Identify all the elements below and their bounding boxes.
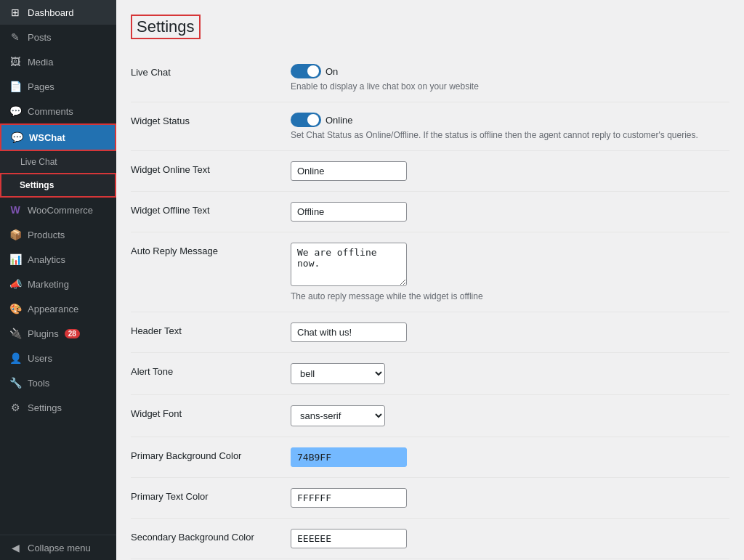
- live-chat-control: On Enable to display a live chat box on …: [291, 64, 729, 92]
- users-icon: 👤: [9, 352, 22, 365]
- appearance-icon: 🎨: [9, 302, 22, 315]
- alert-tone-select[interactable]: bell chime ping none: [291, 363, 385, 384]
- alert-tone-label: Alert Tone: [131, 363, 291, 377]
- sidebar-item-livechat[interactable]: Live Chat: [0, 151, 116, 173]
- live-chat-toggle-label: On: [326, 66, 338, 77]
- secondary-bg-color-row: Secondary Background Color: [131, 519, 729, 559]
- widget-status-toggle[interactable]: [291, 113, 321, 127]
- plugins-icon: 🔌: [9, 327, 22, 340]
- wschat-icon: 💬: [10, 131, 23, 144]
- sidebar-item-woocommerce[interactable]: W WooCommerce: [0, 198, 116, 222]
- widget-font-select[interactable]: sans-serif serif monospace Arial Verdana: [291, 405, 385, 426]
- auto-reply-control: We are offline now. The auto reply messa…: [291, 243, 729, 301]
- sidebar-item-label: WSChat: [29, 132, 65, 143]
- auto-reply-textarea[interactable]: We are offline now.: [291, 243, 407, 286]
- sidebar-item-label: Plugins: [28, 328, 59, 339]
- sidebar-item-label: Settings: [28, 402, 62, 413]
- sidebar-item-label: Posts: [28, 32, 52, 43]
- products-icon: 📦: [9, 228, 22, 241]
- alert-tone-control: bell chime ping none: [291, 363, 729, 384]
- sidebar-item-label: Media: [28, 57, 53, 68]
- sidebar: ⊞ Dashboard ✎ Posts 🖼 Media 📄 Pages 💬 Co…: [0, 0, 116, 560]
- pages-icon: 📄: [9, 80, 22, 93]
- dashboard-icon: ⊞: [9, 6, 22, 19]
- widget-status-toggle-label: Online: [326, 115, 353, 126]
- sidebar-item-posts[interactable]: ✎ Posts: [0, 25, 116, 49]
- auto-reply-desc: The auto reply message while the widget …: [291, 291, 729, 301]
- alert-tone-row: Alert Tone bell chime ping none: [131, 353, 729, 395]
- auto-reply-row: Auto Reply Message We are offline now. T…: [131, 232, 729, 312]
- sidebar-item-dashboard[interactable]: ⊞ Dashboard: [0, 0, 116, 25]
- widget-online-text-control: [291, 161, 729, 181]
- header-text-label: Header Text: [131, 322, 291, 336]
- primary-text-color-row: Primary Text Color: [131, 478, 729, 519]
- widget-online-text-input[interactable]: [291, 161, 407, 181]
- widget-status-control: Online Set Chat Status as Online/Offline…: [291, 113, 729, 140]
- sidebar-item-wschat[interactable]: 💬 WSChat: [0, 123, 116, 151]
- collapse-icon: ◀: [9, 541, 22, 554]
- widget-online-text-label: Widget Online Text: [131, 161, 291, 175]
- widget-offline-text-input[interactable]: [291, 202, 407, 222]
- settings-content: Settings Live Chat On Enable to display …: [116, 0, 744, 560]
- sidebar-livechat-label: Live Chat: [20, 157, 57, 167]
- posts-icon: ✎: [9, 31, 22, 44]
- sidebar-item-pages[interactable]: 📄 Pages: [0, 74, 116, 99]
- main-content: Settings Live Chat On Enable to display …: [116, 0, 744, 560]
- sidebar-item-label: Analytics: [28, 254, 65, 265]
- sidebar-item-label: Tools: [28, 378, 49, 389]
- sidebar-item-label: Products: [28, 230, 65, 240]
- sidebar-item-products[interactable]: 📦 Products: [0, 222, 116, 247]
- sidebar-item-label: Appearance: [28, 304, 78, 315]
- primary-text-color-control: [291, 488, 729, 508]
- widget-online-text-row: Widget Online Text: [131, 151, 729, 192]
- live-chat-row: Live Chat On Enable to display a live ch…: [131, 54, 729, 102]
- widget-font-control: sans-serif serif monospace Arial Verdana: [291, 405, 729, 426]
- widget-status-desc: Set Chat Status as Online/Offline. If th…: [291, 130, 729, 140]
- widget-font-row: Widget Font sans-serif serif monospace A…: [131, 395, 729, 437]
- primary-bg-color-input[interactable]: [291, 447, 407, 467]
- sidebar-item-settings-sub[interactable]: Settings: [0, 173, 116, 198]
- live-chat-label: Live Chat: [131, 64, 291, 78]
- header-text-input[interactable]: [291, 322, 407, 342]
- sidebar-item-users[interactable]: 👤 Users: [0, 346, 116, 370]
- tools-icon: 🔧: [9, 376, 22, 389]
- auto-reply-label: Auto Reply Message: [131, 243, 291, 256]
- header-text-row: Header Text: [131, 312, 729, 353]
- secondary-bg-color-control: [291, 529, 729, 548]
- sidebar-item-tools[interactable]: 🔧 Tools: [0, 370, 116, 395]
- primary-bg-color-row: Primary Background Color: [131, 437, 729, 478]
- widget-offline-text-row: Widget Offline Text: [131, 192, 729, 232]
- secondary-bg-color-input[interactable]: [291, 529, 407, 548]
- sidebar-item-marketing[interactable]: 📣 Marketing: [0, 272, 116, 296]
- comments-icon: 💬: [9, 105, 22, 118]
- header-text-control: [291, 322, 729, 342]
- sidebar-item-label: Collapse menu: [28, 543, 91, 553]
- primary-bg-color-control: [291, 447, 729, 467]
- page-title: Settings: [131, 15, 201, 39]
- analytics-icon: 📊: [9, 253, 22, 266]
- sidebar-item-media[interactable]: 🖼 Media: [0, 49, 116, 74]
- sidebar-item-label: Pages: [28, 81, 54, 92]
- primary-bg-color-label: Primary Background Color: [131, 447, 291, 461]
- widget-offline-text-label: Widget Offline Text: [131, 202, 291, 216]
- sidebar-item-analytics[interactable]: 📊 Analytics: [0, 247, 116, 272]
- sidebar-item-label: Comments: [28, 106, 73, 117]
- widget-offline-text-control: [291, 202, 729, 222]
- sidebar-item-label: Dashboard: [28, 7, 74, 18]
- widget-status-toggle-wrap: Online: [291, 113, 729, 127]
- sidebar-item-plugins[interactable]: 🔌 Plugins 28: [0, 321, 116, 346]
- sidebar-item-appearance[interactable]: 🎨 Appearance: [0, 296, 116, 321]
- sidebar-item-label: Users: [28, 353, 52, 364]
- sidebar-item-settings[interactable]: ⚙ Settings: [0, 395, 116, 420]
- live-chat-toggle[interactable]: [291, 64, 321, 78]
- sidebar-item-comments[interactable]: 💬 Comments: [0, 99, 116, 123]
- woocommerce-icon: W: [9, 203, 22, 216]
- sidebar-submenu-wschat: Live Chat Settings: [0, 151, 116, 198]
- primary-text-color-input[interactable]: [291, 488, 407, 508]
- plugins-badge: 28: [65, 329, 80, 338]
- settings-icon: ⚙: [9, 401, 22, 414]
- live-chat-toggle-wrap: On: [291, 64, 729, 78]
- live-chat-desc: Enable to display a live chat box on you…: [291, 81, 729, 92]
- sidebar-item-collapse[interactable]: ◀ Collapse menu: [0, 535, 116, 560]
- primary-text-color-label: Primary Text Color: [131, 488, 291, 502]
